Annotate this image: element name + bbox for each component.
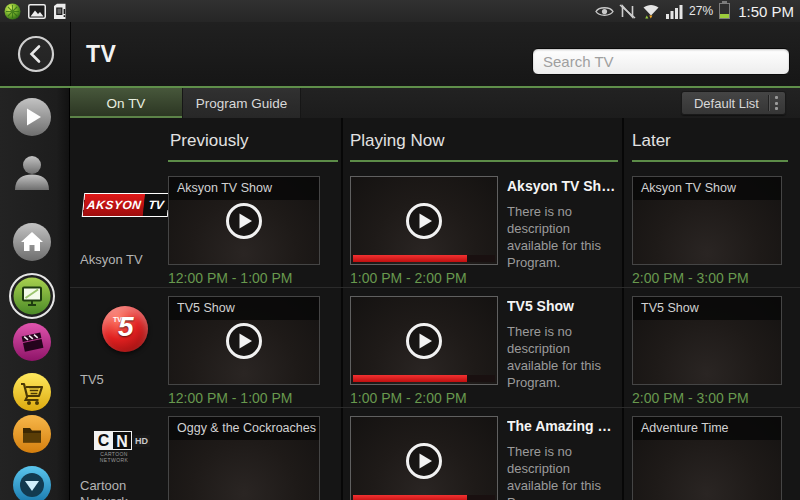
play-icon [12, 97, 52, 137]
play-button[interactable] [169, 297, 319, 384]
on-tv-grid: Previously Playing Now Later AKSYONTV Ak… [70, 118, 800, 500]
play-circle-icon [404, 441, 444, 481]
previously-program-card[interactable]: Oggy & the Cockroaches [168, 416, 320, 500]
playing-now-info: The Amazing … There is no description av… [507, 418, 623, 500]
spinner-handle-icon [775, 96, 778, 110]
channel-row-cartoon-network: CNHD CARTOON NETWORK Cartoon Network Ogg… [70, 408, 800, 500]
search-input[interactable] [532, 48, 790, 75]
cart-icon [12, 372, 52, 412]
channel-row-aksyon-tv: AKSYONTV Aksyon TV Aksyon TV Show 12:00 … [70, 168, 800, 288]
nfc-off-icon [619, 4, 636, 19]
playing-now-program-card[interactable] [350, 416, 498, 500]
channel-logo-cartoon-network: CNHD CARTOON NETWORK [94, 431, 150, 450]
column-header-later: Later [632, 131, 671, 151]
gallery-notification-icon [28, 4, 46, 19]
progress-bar [353, 375, 495, 382]
sidebar-item-movies[interactable] [12, 322, 52, 362]
sidebar-item-profile[interactable] [12, 152, 52, 192]
program-thumbnail[interactable]: TV5 Show [632, 296, 782, 385]
header-divider [70, 22, 71, 86]
play-button[interactable] [351, 297, 497, 384]
playing-now-title: Aksyon TV Sh… [507, 178, 623, 194]
program-time: 1:00 PM - 2:00 PM [350, 390, 498, 406]
column-header-playing-now: Playing Now [350, 131, 445, 151]
later-program-card[interactable]: TV5 Show 2:00 PM - 3:00 PM [632, 296, 782, 406]
channel-cell: TV5 TV5 [78, 288, 166, 407]
sidebar [0, 88, 70, 500]
program-thumbnail[interactable] [350, 416, 498, 500]
sim-alert-icon [53, 3, 68, 20]
play-circle-icon [404, 321, 444, 361]
play-circle-icon [224, 321, 264, 361]
back-chevron-icon [17, 35, 55, 73]
previously-program-card[interactable]: Aksyon TV Show 12:00 PM - 1:00 PM [168, 176, 320, 286]
app-notification-icon [4, 3, 21, 20]
tv-icon [9, 273, 55, 319]
battery-icon [719, 3, 730, 19]
play-button[interactable] [351, 417, 497, 500]
playing-now-description: There is no description available for th… [507, 323, 623, 392]
channel-logo-tv5: TV5 [102, 306, 148, 352]
playing-now-program-card[interactable]: 1:00 PM - 2:00 PM [350, 296, 498, 406]
play-button[interactable] [351, 177, 497, 264]
tab-program-guide[interactable]: Program Guide [183, 88, 301, 118]
channel-row-tv5: TV5 TV5 TV5 Show 12:00 PM - 1:00 PM [70, 288, 800, 408]
status-bar[interactable]: 27% 1:50 PM [0, 0, 800, 22]
program-thumbnail[interactable]: Oggy & the Cockroaches [168, 416, 320, 500]
back-button[interactable] [17, 35, 55, 73]
play-button[interactable] [169, 177, 319, 264]
sidebar-item-media[interactable] [12, 97, 52, 137]
playing-now-title: The Amazing … [507, 418, 623, 434]
status-time: 1:50 PM [738, 3, 794, 20]
tab-on-tv[interactable]: On TV [70, 88, 183, 118]
sidebar-item-downloads[interactable] [12, 465, 52, 500]
progress-bar [353, 495, 495, 500]
column-header-previously: Previously [170, 131, 248, 151]
channel-cell: CNHD CARTOON NETWORK Cartoon Network [78, 408, 166, 500]
later-program-card[interactable]: Aksyon TV Show 2:00 PM - 3:00 PM [632, 176, 782, 286]
playing-now-info: Aksyon TV Sh… There is no description av… [507, 178, 623, 272]
program-thumbnail[interactable] [350, 296, 498, 385]
channel-name: Aksyon TV [80, 252, 160, 268]
sidebar-item-files[interactable] [12, 414, 52, 454]
program-title-overlay: TV5 Show [633, 297, 781, 320]
download-icon [12, 465, 52, 500]
channel-name: TV5 [80, 372, 160, 388]
folder-icon [12, 414, 52, 454]
sidebar-item-home[interactable] [12, 222, 52, 262]
signal-strength-icon [666, 4, 684, 19]
progress-bar [353, 255, 495, 262]
sidebar-item-shop[interactable] [12, 372, 52, 412]
later-program-card[interactable]: Adventure Time [632, 416, 782, 500]
program-thumbnail[interactable]: Aksyon TV Show [168, 176, 320, 265]
program-time: 1:00 PM - 2:00 PM [350, 270, 498, 286]
playing-now-info: TV5 Show There is no description availab… [507, 298, 623, 392]
program-time: 12:00 PM - 1:00 PM [168, 270, 320, 286]
tab-bar: On TV Program Guide Default List [70, 88, 800, 118]
program-time: 12:00 PM - 1:00 PM [168, 390, 320, 406]
channel-name: Cartoon Network [80, 478, 160, 500]
program-thumbnail[interactable]: TV5 Show [168, 296, 320, 385]
status-system-icons: 27% 1:50 PM [595, 3, 794, 20]
program-title-overlay: Adventure Time [633, 417, 781, 440]
app-screen: 27% 1:50 PM TV [0, 0, 800, 500]
play-circle-icon [404, 201, 444, 241]
battery-percent: 27% [689, 4, 713, 18]
playing-now-description: There is no description available for th… [507, 203, 623, 272]
channel-cell: AKSYONTV Aksyon TV [78, 168, 166, 287]
program-title-overlay: Oggy & the Cockroaches [169, 417, 319, 440]
eye-icon [595, 5, 614, 18]
clapperboard-icon [12, 322, 52, 362]
list-selector-dropdown[interactable]: Default List [681, 91, 786, 115]
playing-now-description: There is no description available for th… [507, 443, 623, 500]
sidebar-item-live-tv[interactable] [9, 273, 55, 319]
status-notification-icons [4, 3, 68, 20]
previously-program-card[interactable]: TV5 Show 12:00 PM - 1:00 PM [168, 296, 320, 406]
playing-now-program-card[interactable]: 1:00 PM - 2:00 PM [350, 176, 498, 286]
list-selector-label: Default List [694, 96, 759, 111]
playing-now-title: TV5 Show [507, 298, 623, 314]
program-thumbnail[interactable]: Adventure Time [632, 416, 782, 500]
person-icon [12, 152, 52, 192]
program-thumbnail[interactable]: Aksyon TV Show [632, 176, 782, 265]
program-thumbnail[interactable] [350, 176, 498, 265]
